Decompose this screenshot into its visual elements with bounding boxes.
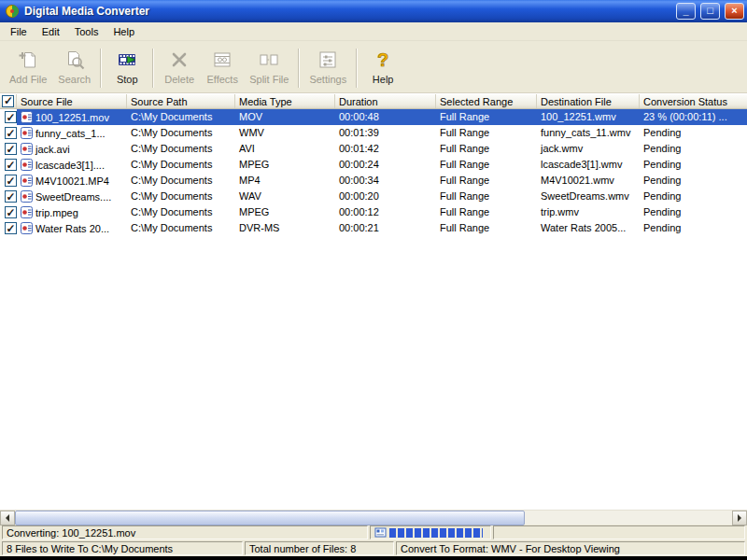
column-header-selected-range[interactable]: Selected Range	[436, 94, 537, 108]
search-icon	[63, 49, 86, 71]
row-checkbox[interactable]	[5, 127, 17, 139]
row-checkbox[interactable]	[5, 190, 17, 203]
table-row[interactable]: trip.mpeg C:\My Documents MPEG 00:00:12 …	[0, 204, 747, 220]
menu-help[interactable]: Help	[106, 23, 142, 40]
row-checkbox[interactable]	[5, 175, 17, 187]
source-path-cell: C:\My Documents	[127, 189, 235, 204]
split-file-button[interactable]: Split File	[244, 44, 294, 88]
selected-range-cell: Full Range	[436, 220, 537, 236]
table-row[interactable]: M4V10021.MP4 C:\My Documents MP4 00:00:3…	[0, 173, 747, 189]
table-row[interactable]: Water Rats 20... C:\My Documents DVR-MS …	[0, 220, 747, 236]
toolbar-separator	[100, 49, 102, 88]
selected-range-cell: Full Range	[436, 157, 537, 173]
media-type-cell: WAV	[235, 189, 335, 204]
help-button[interactable]: ? Help	[361, 44, 404, 88]
selected-range-cell: Full Range	[436, 189, 537, 204]
effects-button[interactable]: Effects	[201, 44, 244, 88]
duration-cell: 00:00:20	[335, 189, 436, 204]
select-all-checkbox[interactable]	[2, 95, 14, 107]
horizontal-scrollbar[interactable]	[0, 510, 747, 525]
source-file-cell: 100_12251.mov	[17, 109, 127, 125]
column-header-media-type[interactable]: Media Type	[235, 94, 335, 108]
destination-file-cell: SweetDreams.wmv	[537, 189, 640, 204]
table-row[interactable]: SweetDreams.... C:\My Documents WAV 00:0…	[0, 189, 747, 204]
settings-label: Settings	[309, 74, 346, 85]
scroll-right-icon[interactable]	[732, 511, 747, 525]
source-file-text: trip.mpeg	[35, 207, 78, 218]
destination-file-cell: lcascade3[1].wmv	[537, 157, 640, 173]
app-window: Digital Media Converter _ □ × File Edit …	[0, 0, 747, 560]
file-list: 100_12251.mov C:\My Documents MOV 00:00:…	[0, 109, 747, 236]
media-file-icon	[21, 111, 33, 123]
column-header-source-path[interactable]: Source Path	[127, 94, 235, 108]
conversion-status-cell: Pending	[640, 189, 747, 204]
conversion-status-cell: Pending	[640, 157, 747, 173]
row-checkbox[interactable]	[5, 206, 17, 218]
selected-range-cell: Full Range	[436, 125, 537, 141]
column-header-conversion-status[interactable]: Conversion Status	[640, 94, 747, 108]
media-type-cell: WMV	[235, 125, 335, 141]
toolbar-separator	[152, 49, 154, 88]
title-bar: Digital Media Converter _ □ ×	[0, 0, 747, 22]
duration-cell: 00:00:12	[335, 204, 436, 220]
scrollbar-thumb[interactable]	[15, 511, 525, 525]
row-checkbox[interactable]	[5, 222, 17, 234]
stop-button[interactable]: Stop	[106, 44, 148, 88]
destination-file-cell: jack.wmv	[537, 141, 640, 157]
column-header-duration[interactable]: Duration	[335, 94, 436, 108]
row-checkbox[interactable]	[5, 159, 17, 171]
converting-status: Converting: 100_12251.mov	[2, 525, 368, 539]
list-empty-area	[0, 236, 747, 510]
effects-label: Effects	[207, 74, 238, 85]
menu-file[interactable]: File	[3, 23, 35, 40]
toolbar-separator	[298, 49, 300, 88]
source-path-cell: C:\My Documents	[127, 173, 235, 189]
settings-button[interactable]: Settings	[303, 44, 352, 88]
bottom-edge	[0, 556, 747, 560]
source-file-cell: jack.avi	[17, 141, 127, 157]
convert-format-status: Convert To Format: WMV - For Desktop Vie…	[396, 541, 745, 555]
conversion-status-cell: Pending	[640, 204, 747, 220]
source-file-cell: trip.mpeg	[17, 204, 127, 220]
media-type-cell: MP4	[235, 173, 335, 189]
source-path-cell: C:\My Documents	[127, 157, 235, 173]
conversion-progress-bar	[389, 528, 483, 538]
toolbar-separator	[356, 49, 358, 88]
duration-cell: 00:01:39	[335, 125, 436, 141]
source-file-cell: Water Rats 20...	[17, 220, 127, 236]
status-bar-bottom: 8 Files to Write To C:\My Documents Tota…	[0, 540, 747, 556]
table-row[interactable]: lcascade3[1].... C:\My Documents MPEG 00…	[0, 157, 747, 173]
source-file-text: jack.avi	[35, 144, 70, 155]
status-bar-top: Converting: 100_12251.mov	[0, 525, 747, 540]
media-file-icon	[21, 127, 33, 139]
status-spacer	[493, 525, 745, 539]
minimize-button[interactable]: _	[676, 3, 696, 20]
duration-cell: 00:00:34	[335, 173, 436, 189]
select-all-cell	[0, 94, 17, 108]
selected-range-cell: Full Range	[436, 109, 537, 125]
scroll-left-icon[interactable]	[0, 511, 15, 525]
table-row[interactable]: 100_12251.mov C:\My Documents MOV 00:00:…	[0, 109, 747, 125]
add-file-button[interactable]: Add File	[4, 44, 52, 88]
source-file-cell: SweetDreams....	[17, 189, 127, 204]
search-button[interactable]: Search	[52, 44, 96, 88]
column-header-destination-file[interactable]: Destination File	[537, 94, 640, 108]
column-header-source-file[interactable]: Source File	[17, 94, 127, 108]
destination-file-cell: funny_cats_11.wmv	[537, 125, 640, 141]
row-checkbox[interactable]	[5, 111, 17, 123]
maximize-button[interactable]: □	[700, 3, 720, 20]
menu-edit[interactable]: Edit	[35, 23, 67, 40]
close-button[interactable]: ×	[725, 3, 744, 20]
table-row[interactable]: funny_cats_1... C:\My Documents WMV 00:0…	[0, 125, 747, 141]
conversion-status-cell: Pending	[640, 173, 747, 189]
table-row[interactable]: jack.avi C:\My Documents AVI 00:01:42 Fu…	[0, 141, 747, 157]
menu-tools[interactable]: Tools	[67, 23, 106, 40]
media-file-icon	[21, 159, 33, 171]
row-checkbox[interactable]	[5, 143, 17, 155]
add-file-label: Add File	[9, 74, 47, 85]
total-files-status: Total number of Files: 8	[245, 541, 394, 555]
media-type-cell: AVI	[235, 141, 335, 157]
duration-cell: 00:00:21	[335, 220, 436, 236]
conversion-status-cell: Pending	[640, 125, 747, 141]
delete-button[interactable]: Delete	[158, 44, 201, 88]
